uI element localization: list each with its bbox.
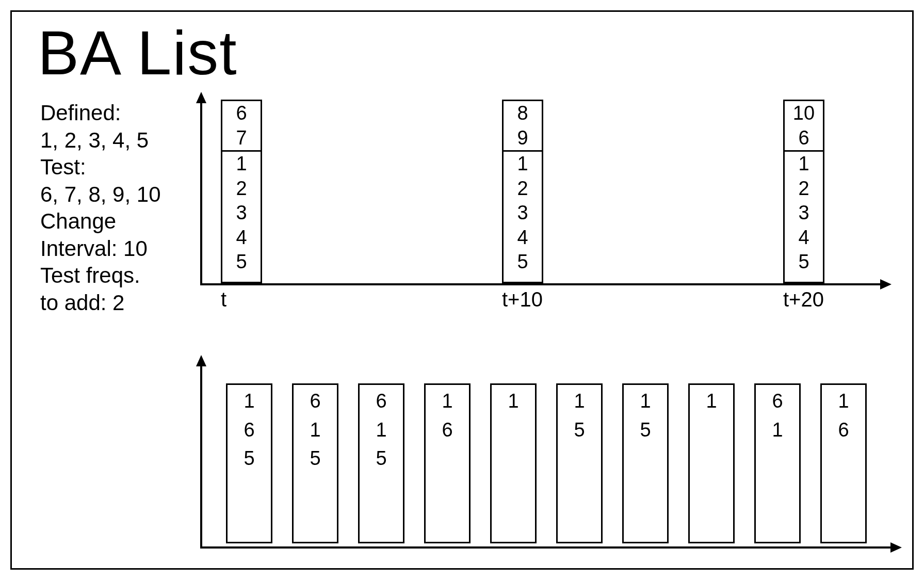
bottom-y-axis — [200, 363, 202, 549]
top-column-0: 6712345 — [221, 100, 262, 283]
bottom-column-2-cell-0: 6 — [360, 385, 403, 414]
top-column-1-bottom-cell-3: 4 — [504, 225, 542, 250]
test-label: Test: — [40, 154, 161, 181]
top-column-2-bottom-cell-0: 1 — [785, 152, 823, 176]
top-xlabel-2: t+20 — [783, 288, 824, 311]
bottom-column-5-cell-1: 5 — [558, 414, 601, 443]
top-column-0-bottom-cell-1: 2 — [222, 176, 261, 201]
top-column-0-bottom-cell-4: 5 — [222, 250, 261, 275]
top-y-axis — [200, 100, 202, 285]
interval-label: Interval: 10 — [40, 235, 161, 263]
top-column-1-bottom-cell-1: 2 — [504, 176, 542, 201]
top-column-2: 10612345 — [783, 100, 824, 283]
bottom-column-2: 615 — [358, 383, 404, 543]
top-column-1-top-cell-0: 8 — [504, 101, 542, 126]
bottom-column-9-cell-1: 6 — [822, 414, 865, 443]
bottom-column-5: 15 — [556, 383, 603, 543]
top-column-2-bottom-cell-1: 2 — [785, 176, 823, 201]
bottom-x-arrow-icon — [890, 542, 902, 553]
bottom-column-6: 15 — [622, 383, 669, 543]
sidebar-text: Defined: 1, 2, 3, 4, 5 Test: 6, 7, 8, 9,… — [40, 100, 161, 316]
bottom-column-5-cell-0: 1 — [558, 385, 601, 414]
top-y-arrow-icon — [196, 92, 206, 103]
top-x-arrow-icon — [880, 279, 891, 289]
test-values: 6, 7, 8, 9, 10 — [40, 181, 161, 208]
bottom-column-6-cell-1: 5 — [624, 414, 667, 443]
bottom-column-7-cell-0: 1 — [690, 385, 733, 414]
top-xlabel-1: t+10 — [502, 288, 543, 311]
top-xlabel-0: t — [221, 288, 226, 311]
bottom-column-1: 615 — [292, 383, 338, 543]
top-column-2-top-cell-1: 6 — [785, 126, 823, 151]
defined-values: 1, 2, 3, 4, 5 — [40, 127, 161, 154]
top-column-1-bottom-cell-4: 5 — [504, 250, 542, 275]
top-column-2-top-cell-0: 10 — [785, 101, 823, 126]
top-column-1-bottom-cell-2: 3 — [504, 201, 542, 225]
top-column-0-top-cell-1: 7 — [222, 126, 261, 151]
bottom-column-2-cell-1: 1 — [360, 414, 403, 443]
top-column-1-bottom-cell-0: 1 — [504, 152, 542, 176]
top-x-axis — [200, 283, 881, 285]
bottom-column-1-cell-2: 5 — [294, 442, 337, 471]
top-column-0-top-cell-0: 6 — [222, 101, 261, 126]
bottom-x-axis — [200, 546, 891, 549]
bottom-column-3-cell-0: 1 — [426, 385, 469, 414]
bottom-column-3: 16 — [424, 383, 471, 543]
top-column-2-bottom-cell-2: 3 — [785, 201, 823, 225]
bottom-chart: 165615615161151516116 — [200, 352, 897, 559]
top-chart: 6712345891234510612345 t t+10 t+20 — [200, 94, 897, 306]
top-column-2-bottom-cell-3: 4 — [785, 225, 823, 250]
bottom-column-2-cell-2: 5 — [360, 442, 403, 471]
bottom-column-0: 165 — [226, 383, 272, 543]
change-label: Change — [40, 208, 161, 235]
testfreqs-label: Test freqs. — [40, 262, 161, 289]
bottom-column-8: 61 — [754, 383, 801, 543]
bottom-column-8-cell-0: 6 — [756, 385, 799, 414]
bottom-column-1-cell-0: 6 — [294, 385, 337, 414]
bottom-column-0-cell-2: 5 — [228, 442, 271, 471]
top-column-2-bottom-cell-4: 5 — [785, 250, 823, 275]
bottom-column-0-cell-0: 1 — [228, 385, 271, 414]
top-column-0-bottom-cell-2: 3 — [222, 201, 261, 225]
top-column-0-bottom-cell-3: 4 — [222, 225, 261, 250]
bottom-column-1-cell-1: 1 — [294, 414, 337, 443]
toadd-label: to add: 2 — [40, 289, 161, 317]
page-title: BA List — [38, 17, 238, 88]
bottom-column-6-cell-0: 1 — [624, 385, 667, 414]
bottom-column-8-cell-1: 1 — [756, 414, 799, 443]
bottom-column-7: 1 — [688, 383, 735, 543]
bottom-column-9-cell-0: 1 — [822, 385, 865, 414]
bottom-column-4-cell-0: 1 — [492, 385, 535, 414]
top-column-1: 8912345 — [502, 100, 543, 283]
top-column-1-top-cell-1: 9 — [504, 126, 542, 151]
bottom-y-arrow-icon — [196, 355, 206, 366]
defined-label: Defined: — [40, 100, 161, 127]
top-column-0-bottom-cell-0: 1 — [222, 152, 261, 176]
diagram-frame: BA List Defined: 1, 2, 3, 4, 5 Test: 6, … — [10, 10, 914, 570]
bottom-column-3-cell-1: 6 — [426, 414, 469, 443]
bottom-column-0-cell-1: 6 — [228, 414, 271, 443]
bottom-column-4: 1 — [490, 383, 537, 543]
bottom-column-9: 16 — [820, 383, 867, 543]
